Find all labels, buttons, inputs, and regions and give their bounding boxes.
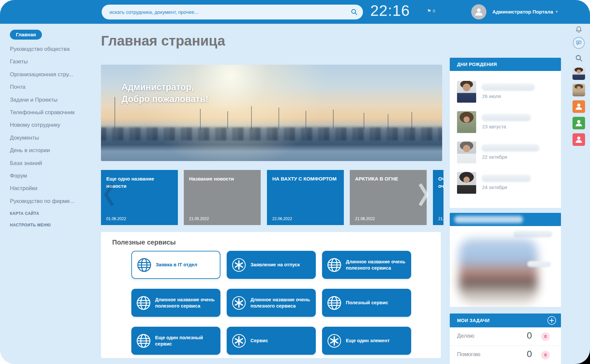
industrial-silhouette (101, 127, 442, 141)
chevron-down-icon: ▾ (556, 10, 558, 14)
birthday-entry[interactable]: 23 августа (457, 111, 554, 138)
employee-photo (457, 172, 476, 194)
user-menu[interactable]: Администратор Портала ▾ (492, 9, 558, 15)
service-button-it-request[interactable]: Заявка в IT отдел (131, 251, 220, 279)
service-button[interactable]: Длинное название очень полезного сервиса (227, 289, 316, 317)
sidebar-item-tasks-projects[interactable]: Задачи и Проекты (10, 94, 92, 106)
customize-menu-link[interactable]: НАСТРОИТЬ МЕНЮ (10, 223, 51, 227)
news-tile-clipped[interactable]: Оче оче21.0 (433, 170, 443, 225)
birthday-entry[interactable]: 22 октября (457, 142, 554, 168)
person-icon (574, 135, 584, 145)
birthdays-widget: 26 июля 23 августа 22 октября 24 октября (450, 71, 561, 208)
asterisk-icon (231, 295, 246, 311)
employee-photo (457, 111, 476, 133)
sidebar-item-mail[interactable]: Почта (10, 81, 92, 93)
top-bar: 22:16 ⚑ 0 Администратор Портала ▾ (0, 0, 590, 24)
blurred-widget-title (454, 216, 523, 223)
right-icon-rail (572, 26, 586, 146)
service-button[interactable]: Сервис (227, 327, 316, 355)
sidebar: Главная Руководство общества Газеты Орга… (10, 30, 92, 208)
plus-icon (547, 316, 556, 325)
service-button[interactable]: Еще один полезный сервис (131, 327, 220, 355)
sidebar-item-knowledge-base[interactable]: База знаний (10, 157, 92, 170)
blurred-text (527, 261, 551, 267)
birthdays-header: ДНИ РОЖДЕНИЯ (450, 58, 561, 71)
blurred-name (481, 144, 540, 151)
sidebar-item-home-active[interactable]: Главная (10, 30, 42, 40)
my-tasks-header: МОИ ЗАДАЧИ (450, 314, 561, 327)
news-tile[interactable]: НА ВАХТУ С КОМФОРТОМ22.06.2022 (267, 170, 344, 225)
blurred-name (481, 83, 535, 91)
welcome-message: Администратор, Добро пожаловать! (121, 81, 209, 105)
blurred-image (459, 239, 538, 303)
sidebar-item-forum[interactable]: Форум (10, 170, 92, 182)
search-input[interactable] (102, 5, 363, 19)
contact-avatar-red[interactable] (573, 133, 585, 146)
sitemap-link[interactable]: КАРТА САЙТА (10, 211, 51, 216)
contact-avatar-green[interactable] (573, 117, 585, 129)
task-row-helping[interactable]: Помогаю 0 0 (450, 346, 561, 364)
employee-photo (457, 142, 476, 163)
news-tile[interactable]: АРКТИКА В ОГНЕ21.06.2022 (350, 170, 427, 225)
search-rail-icon[interactable] (575, 54, 583, 62)
contact-photo-avatar[interactable] (573, 67, 585, 80)
hero-banner: Администратор, Добро пожаловать! (101, 65, 442, 161)
add-task-button[interactable] (547, 316, 556, 325)
blurred-widget-header (450, 213, 561, 226)
chevron-left-icon[interactable] (103, 182, 115, 208)
chevron-right-icon[interactable] (417, 182, 430, 208)
asterisk-icon (327, 333, 342, 348)
comments-icon (575, 40, 582, 46)
globe-icon (327, 257, 342, 273)
asterisk-icon (231, 333, 246, 348)
clock: 22:16 (370, 2, 410, 19)
person-icon (473, 6, 484, 17)
flag-count: 0 (433, 9, 435, 14)
blurred-text (513, 231, 552, 237)
bell-icon[interactable] (575, 26, 582, 33)
flag-counter[interactable]: ⚑ 0 (427, 8, 435, 14)
asterisk-icon (231, 257, 246, 273)
contact-avatar-orange[interactable] (573, 100, 585, 113)
globe-icon (327, 295, 342, 311)
sidebar-item-management[interactable]: Руководство общества (10, 43, 92, 55)
sidebar-item-org-structure[interactable]: Организационная стру... (10, 68, 92, 81)
news-carousel: Еще одно название новости01.06.2022 Назв… (101, 170, 443, 225)
comments-button[interactable] (573, 37, 585, 49)
news-tile[interactable]: Название новости21.05.2022 (184, 170, 261, 225)
search-icon[interactable] (350, 8, 358, 16)
person-icon (574, 118, 584, 128)
sidebar-item-phonebook[interactable]: Телефонный справочник (10, 106, 92, 119)
sidebar-item-documents[interactable]: Документы (10, 132, 92, 144)
service-button[interactable]: Еще один элемент (322, 327, 411, 355)
task-row-doing[interactable]: Делаю 0 0 (450, 327, 561, 346)
flag-icon: ⚑ (427, 8, 431, 14)
sidebar-item-company-guide[interactable]: Руководство по фирме... (10, 195, 92, 208)
task-count: 0 (527, 330, 532, 341)
employee-photo (457, 81, 476, 103)
user-name: Администратор Портала (492, 9, 553, 15)
contact-photo-avatar[interactable] (573, 84, 585, 96)
service-button[interactable]: Полезный сервис (322, 289, 411, 317)
app-container: 22:16 ⚑ 0 Администратор Портала ▾ Главна… (0, 0, 590, 364)
globe-icon (136, 295, 151, 311)
birthday-entry[interactable]: 24 октября (457, 172, 554, 198)
sidebar-item-new-employee[interactable]: Новому сотруднику (10, 119, 92, 131)
services-grid: Заявка в IT отдел Заявление на отпуск Дл… (131, 251, 411, 355)
service-button[interactable]: Длинное название очень полезного сервиса (131, 289, 220, 317)
sidebar-item-day-in-history[interactable]: День в истории (10, 144, 92, 157)
sidebar-item-settings[interactable]: Настройки (10, 182, 92, 195)
birthday-entry[interactable]: 26 июля (457, 81, 554, 107)
globe-icon (137, 257, 152, 273)
task-count: 0 (527, 349, 532, 359)
my-tasks-widget: Делаю 0 0 Помогаю 0 0 (450, 327, 561, 364)
blurred-widget (450, 226, 561, 307)
user-avatar[interactable] (471, 4, 486, 19)
service-button[interactable]: Длинное название очень полезного сервиса (322, 251, 411, 279)
sidebar-footer: КАРТА САЙТА НАСТРОИТЬ МЕНЮ (10, 211, 51, 234)
sidebar-item-newspapers[interactable]: Газеты (10, 55, 92, 68)
global-search (102, 5, 363, 19)
service-button-vacation[interactable]: Заявление на отпуск (227, 251, 316, 279)
portal-page: 22:16 ⚑ 0 Администратор Портала ▾ Главна… (0, 0, 590, 364)
status-badge: 0 (541, 332, 550, 341)
